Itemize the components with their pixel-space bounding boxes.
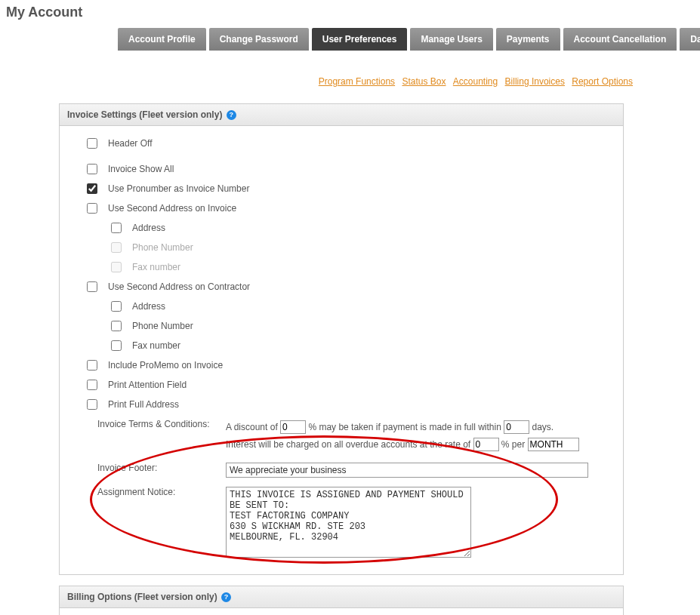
contractor-phone-checkbox[interactable] <box>111 321 122 331</box>
header-off-checkbox[interactable] <box>87 138 97 149</box>
use-second-addr-contractor-checkbox[interactable] <box>87 281 97 292</box>
tab-account-profile[interactable]: Account Profile <box>118 28 206 51</box>
use-second-addr-contractor-label: Use Second Address on Contractor <box>108 281 250 292</box>
contractor-address-label: Address <box>132 301 165 312</box>
print-full-address-checkbox[interactable] <box>87 399 97 410</box>
help-icon[interactable]: ? <box>221 592 231 602</box>
terms-line2-mid: % per <box>499 439 528 450</box>
terms-line1-pre: A discount of <box>226 422 280 432</box>
invoice-show-all-checkbox[interactable] <box>87 164 97 174</box>
tab-user-preferences[interactable]: User Preferences <box>312 28 408 51</box>
invoice-phone-label: Phone Number <box>132 242 193 253</box>
invoice-fax-label: Fax number <box>132 262 180 272</box>
terms-line1-mid: % may be taken if payment is made in ful… <box>306 422 504 432</box>
print-attention-checkbox[interactable] <box>87 380 97 390</box>
use-second-addr-invoice-checkbox[interactable] <box>87 203 97 214</box>
invoice-settings-header: Invoice Settings (Fleet version only) ? <box>60 104 623 126</box>
billing-options-title: Billing Options (Fleet version only) <box>67 592 217 602</box>
terms-label: Invoice Terms & Conditions: <box>97 419 226 454</box>
contractor-fax-checkbox[interactable] <box>111 340 122 351</box>
tab-manage-users[interactable]: Manage Users <box>410 28 492 51</box>
tab-data-import[interactable]: Data Import <box>680 28 700 51</box>
footer-label: Invoice Footer: <box>97 463 226 478</box>
invoice-address-label: Address <box>132 223 165 233</box>
sublink-billing-invoices[interactable]: Billing Invoices <box>505 76 565 87</box>
use-pronumber-label: Use Pronumber as Invoice Number <box>108 183 249 194</box>
invoice-address-checkbox[interactable] <box>111 223 122 233</box>
include-promemo-label: Include ProMemo on Invoice <box>108 360 223 371</box>
page-title: My Account <box>0 0 700 28</box>
invoice-settings-panel: Invoice Settings (Fleet version only) ? … <box>59 103 624 575</box>
discount-pct-input[interactable] <box>280 420 306 434</box>
sublink-accounting[interactable]: Accounting <box>453 76 498 87</box>
use-second-addr-invoice-label: Use Second Address on Invoice <box>108 203 236 214</box>
terms-line2-pre: Interest will be charged on all overdue … <box>226 439 473 450</box>
invoice-footer-input[interactable] <box>226 463 588 478</box>
invoice-show-all-label: Invoice Show All <box>108 164 174 174</box>
use-pronumber-checkbox[interactable] <box>87 183 97 194</box>
interest-period-input[interactable] <box>528 438 579 451</box>
header-off-label: Header Off <box>108 138 152 149</box>
print-attention-label: Print Attention Field <box>108 380 187 390</box>
contractor-phone-label: Phone Number <box>132 321 193 331</box>
terms-line1-post: days. <box>529 422 554 432</box>
interest-rate-input[interactable] <box>473 438 499 451</box>
contractor-address-checkbox[interactable] <box>111 301 122 312</box>
tab-payments[interactable]: Payments <box>496 28 560 51</box>
sublink-report-options[interactable]: Report Options <box>572 76 633 87</box>
assignment-notice-textarea[interactable] <box>226 487 471 558</box>
include-promemo-checkbox[interactable] <box>87 360 97 371</box>
tab-account-cancellation[interactable]: Account Cancellation <box>563 28 677 51</box>
billing-options-panel: Billing Options (Fleet version only) ? S… <box>59 586 624 615</box>
sublink-program-functions[interactable]: Program Functions <box>319 76 395 87</box>
print-full-address-label: Print Full Address <box>108 399 179 410</box>
contractor-fax-label: Fax number <box>132 340 180 351</box>
help-icon[interactable]: ? <box>227 110 236 120</box>
assignment-label: Assignment Notice: <box>97 487 226 558</box>
invoice-phone-checkbox <box>111 242 122 253</box>
sublink-status-box[interactable]: Status Box <box>402 76 446 87</box>
invoice-settings-title: Invoice Settings (Fleet version only) <box>67 109 222 120</box>
tab-bar: Account Profile Change Password User Pre… <box>0 28 700 51</box>
within-days-input[interactable] <box>504 420 529 434</box>
tab-change-password[interactable]: Change Password <box>209 28 309 51</box>
billing-options-header: Billing Options (Fleet version only) ? <box>60 586 623 608</box>
sublink-bar: Program Functions Status Box Accounting … <box>59 58 700 103</box>
invoice-fax-checkbox <box>111 262 122 272</box>
